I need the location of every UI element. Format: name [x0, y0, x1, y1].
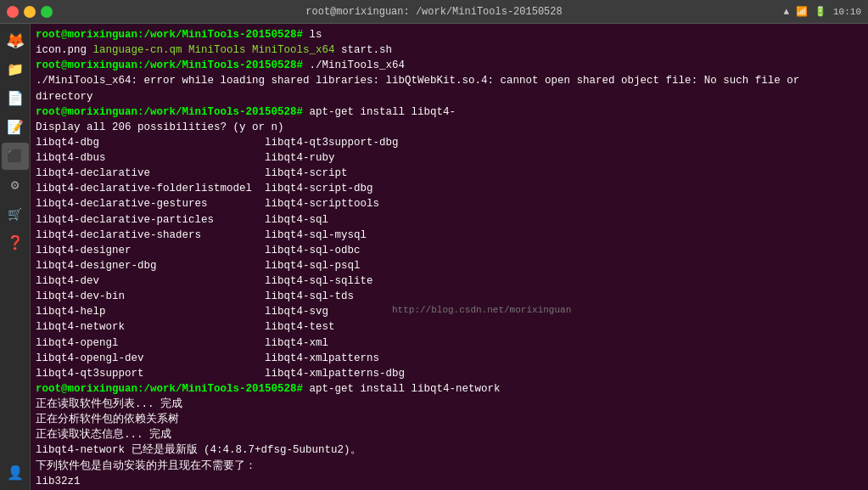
wifi-icon: 📶	[796, 6, 808, 17]
watermark: http://blog.csdn.net/morixinguan	[392, 304, 571, 318]
terminal-line: Display all 206 possibilities? (y or n)	[36, 120, 863, 135]
pkg-list-row: libqt4-dbglibqt4-qt3support-dbg	[36, 135, 863, 150]
terminal-line: 正在分析软件包的依赖关系树	[36, 412, 863, 427]
pkg-list-row: libqt4-designerlibqt4-sql-odbc	[36, 243, 863, 258]
command: ls	[303, 29, 322, 41]
close-button[interactable]	[7, 6, 19, 18]
terminal-line: root@morixinguan:/work/MiniTools-2015052…	[36, 104, 863, 120]
prompt: root@morixinguan:/work/MiniTools-2015052…	[36, 29, 303, 41]
command: ./MiniTools_x64	[303, 59, 405, 71]
prompt: root@morixinguan:/work/MiniTools-2015052…	[36, 59, 303, 71]
terminal[interactable]: root@morixinguan:/work/MiniTools-2015052…	[31, 24, 868, 490]
sidebar-item-files[interactable]: 📁	[2, 56, 29, 83]
pkg-list-row: libqt4-declarative-folderlistmodellibqt4…	[36, 181, 863, 196]
pkg-list-row: libqt4-devlibqt4-sql-sqlite	[36, 273, 863, 289]
clock: 10:10	[833, 7, 861, 17]
sidebar-item-firefox[interactable]: 🦊	[2, 27, 29, 54]
pkg-list-row: libqt4-networklibqt4-test	[36, 319, 863, 335]
pkg-list-row: libqt4-designer-dbglibqt4-sql-psql	[36, 258, 863, 273]
sidebar-item-help[interactable]: ❓	[2, 229, 29, 256]
terminal-line: icon.png language-cn.qm MiniTools MiniTo…	[36, 42, 863, 58]
pkg-list-row: libqt4-declarative-gestureslibqt4-script…	[36, 196, 863, 211]
pkg-list-row-watermark: libqt4-help libqt4-svg http://blog.csdn.…	[36, 304, 863, 319]
prompt: root@morixinguan:/work/MiniTools-2015052…	[36, 383, 303, 395]
sidebar: 🦊 📁 📄 📝 ⬛ ⚙ 🛒 ❓ 👤	[0, 24, 31, 490]
pkg-list-row: libqt4-dev-binlibqt4-sql-tds	[36, 289, 863, 304]
terminal-line: root@morixinguan:/work/MiniTools-2015052…	[36, 381, 863, 397]
pkg-list-row: libqt4-qt3supportlibqt4-xmlpatterns-dbg	[36, 366, 863, 381]
terminal-line: 正在读取状态信息... 完成	[36, 427, 863, 442]
app-container: 🦊 📁 📄 📝 ⬛ ⚙ 🛒 ❓ 👤 root@morixinguan:	[0, 24, 868, 490]
command: apt-get install libqt4-	[303, 106, 456, 118]
titlebar-controls[interactable]	[7, 6, 53, 18]
sidebar-item-settings[interactable]: ⚙	[2, 172, 29, 199]
pkg-list-row: libqt4-declarativelibqt4-script	[36, 166, 863, 181]
minimize-button[interactable]	[24, 6, 36, 18]
window-title: root@morixinguan: /work/MiniTools-201505…	[305, 6, 562, 18]
titlebar: root@morixinguan: /work/MiniTools-201505…	[0, 0, 868, 24]
sidebar-item-amazon[interactable]: 🛒	[2, 200, 29, 228]
battery-icon: 🔋	[815, 6, 826, 17]
pkg-list-row: libqt4-opengllibqt4-xml	[36, 335, 863, 351]
terminal-line: ./MiniTools_x64: error while loading sha…	[36, 73, 863, 104]
maximize-button[interactable]	[41, 6, 53, 18]
pkg-list-row: libqt4-declarative-shaderslibqt4-sql-mys…	[36, 228, 863, 243]
terminal-line: libqt4-network 已经是最新版 (4:4.8.7+dfsg-5ubu…	[36, 442, 863, 458]
pkg-list-row: libqt4-dbuslibqt4-ruby	[36, 150, 863, 166]
terminal-line: 正在读取软件包列表... 完成	[36, 397, 863, 412]
network-icon: ▲	[783, 7, 789, 17]
terminal-line: root@morixinguan:/work/MiniTools-2015052…	[36, 27, 863, 42]
sidebar-item-docs[interactable]: 📄	[2, 85, 29, 112]
system-tray: ▲ 📶 🔋 10:10	[783, 6, 861, 17]
sidebar-item-text[interactable]: 📝	[2, 114, 29, 141]
terminal-line: root@morixinguan:/work/MiniTools-2015052…	[36, 58, 863, 73]
pkg-list-row: libqt4-opengl-devlibqt4-xmlpatterns	[36, 351, 863, 366]
command: apt-get install libqt4-network	[303, 383, 501, 395]
pkg-list-row: libqt4-declarative-particleslibqt4-sql	[36, 212, 863, 228]
sidebar-item-system[interactable]: 👤	[2, 459, 29, 487]
terminal-line: 下列软件包是自动安装的并且现在不需要了：	[36, 459, 863, 474]
prompt: root@morixinguan:/work/MiniTools-2015052…	[36, 106, 303, 118]
terminal-line: lib32z1	[36, 474, 863, 489]
sidebar-item-terminal[interactable]: ⬛	[2, 143, 29, 170]
